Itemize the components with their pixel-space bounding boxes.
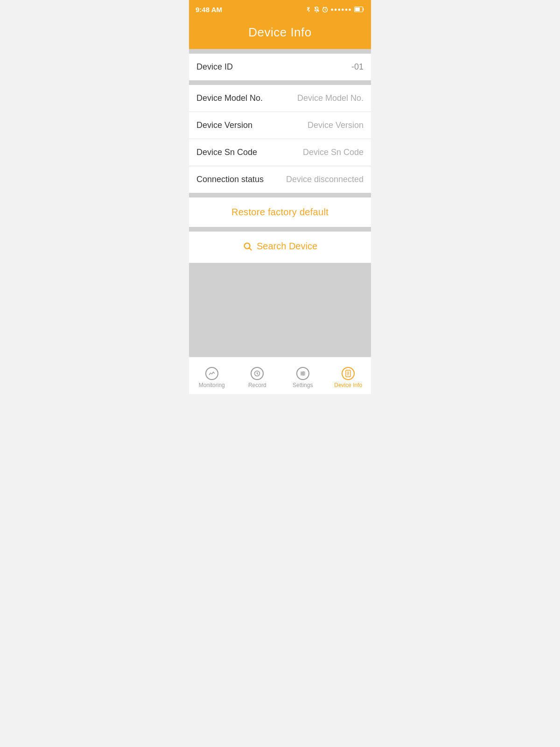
device-id-label: Device ID	[196, 62, 233, 72]
device-model-value: Device Model No.	[297, 93, 364, 103]
search-section: Search Device	[189, 232, 371, 263]
nav-item-monitoring[interactable]: Monitoring	[189, 357, 235, 394]
section-divider-2	[189, 80, 371, 85]
connection-status-row: Connection status Device disconnected	[189, 166, 371, 193]
status-time: 9:48 AM	[196, 6, 222, 14]
device-version-label: Device Version	[196, 120, 252, 130]
search-icon	[243, 241, 253, 252]
page-header: Device Info	[189, 18, 371, 49]
device-id-value: -01	[351, 62, 364, 72]
search-device-button[interactable]: Search Device	[243, 241, 317, 252]
section-divider-4	[189, 227, 371, 232]
device-info-icon	[342, 367, 355, 380]
connection-status-label: Connection status	[196, 175, 264, 184]
nav-item-record[interactable]: Record	[235, 357, 280, 394]
settings-icon	[296, 367, 309, 380]
restore-factory-button[interactable]: Restore factory default	[231, 207, 329, 218]
bottom-nav: Monitoring Record Settings	[189, 357, 371, 394]
record-label: Record	[248, 382, 266, 388]
bluetooth-icon	[306, 6, 311, 13]
svg-rect-3	[355, 7, 360, 11]
device-version-value: Device Version	[308, 120, 364, 130]
status-bar: 9:48 AM ●●●●●●	[189, 0, 371, 18]
svg-point-13	[303, 374, 304, 375]
device-sn-row: Device Sn Code Device Sn Code	[189, 139, 371, 166]
device-sn-value: Device Sn Code	[303, 148, 364, 157]
nav-item-settings[interactable]: Settings	[280, 357, 326, 394]
device-info-label: Device Info	[334, 382, 362, 388]
device-model-row: Device Model No. Device Model No.	[189, 85, 371, 112]
svg-point-7	[257, 373, 258, 374]
device-info-icon-svg	[344, 370, 352, 377]
status-icons: ●●●●●●	[306, 6, 364, 13]
device-version-row: Device Version Device Version	[189, 112, 371, 139]
device-details-section: Device Model No. Device Model No. Device…	[189, 85, 371, 193]
restore-section: Restore factory default	[189, 197, 371, 227]
battery-icon	[354, 7, 364, 12]
settings-icon-svg	[300, 370, 306, 377]
device-id-row: Device ID -01	[189, 54, 371, 80]
settings-label: Settings	[293, 382, 313, 388]
record-icon	[251, 367, 264, 380]
notification-icon	[314, 7, 320, 13]
record-icon-svg	[254, 370, 260, 377]
svg-point-4	[245, 243, 250, 248]
device-sn-label: Device Sn Code	[196, 148, 257, 157]
device-model-label: Device Model No.	[196, 93, 263, 103]
monitoring-label: Monitoring	[199, 382, 225, 388]
main-content: Device ID -01 Device Model No. Device Mo…	[189, 49, 371, 388]
svg-point-11	[303, 371, 304, 372]
monitoring-icon-svg	[209, 370, 215, 377]
alarm-icon	[322, 7, 328, 13]
svg-line-5	[249, 248, 252, 250]
device-id-section: Device ID -01	[189, 54, 371, 80]
connection-status-value: Device disconnected	[286, 175, 364, 184]
section-divider-3	[189, 193, 371, 197]
monitoring-icon	[205, 367, 218, 380]
signal-dots: ●●●●●●	[330, 7, 352, 12]
nav-item-device-info[interactable]: Device Info	[326, 357, 371, 394]
search-device-label: Search Device	[257, 241, 317, 252]
svg-point-12	[301, 373, 302, 374]
section-divider-top	[189, 49, 371, 54]
page-title: Device Info	[189, 25, 371, 40]
